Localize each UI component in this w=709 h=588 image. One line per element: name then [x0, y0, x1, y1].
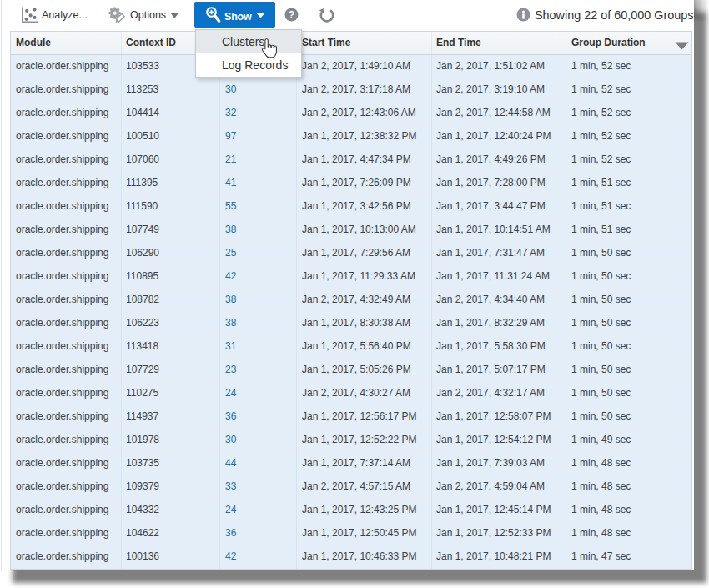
svg-text:?: ? — [289, 8, 295, 21]
